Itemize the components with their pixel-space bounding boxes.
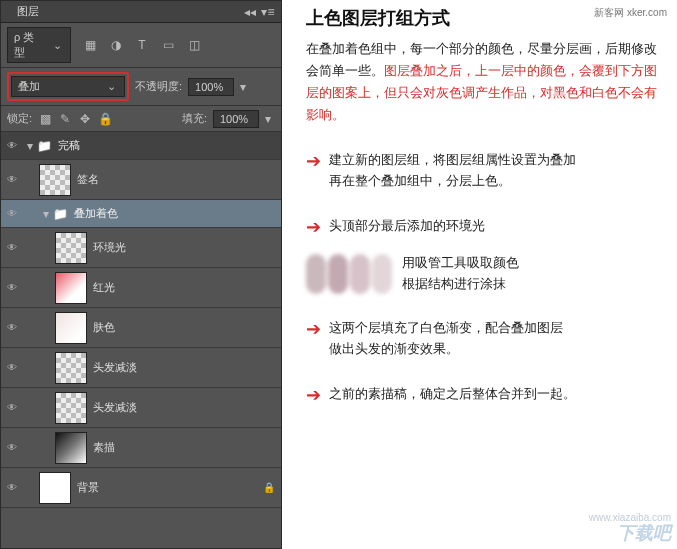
layers-panel: 图层 ◂◂ ▾≡ ρ 类型 ⌄ ▦ ◑ T ▭ ◫ 叠加	[0, 0, 282, 549]
layer-row[interactable]: 👁签名	[1, 160, 281, 200]
note-2-text: 头顶部分最后添加的环境光	[329, 216, 485, 237]
visibility-toggle[interactable]: 👁	[1, 482, 23, 493]
layer-name[interactable]: 头发减淡	[93, 360, 137, 375]
color-swatches	[306, 254, 392, 294]
layer-name[interactable]: 叠加着色	[74, 206, 118, 221]
filter-text-icon[interactable]: T	[133, 36, 151, 54]
layer-kind-select[interactable]: ρ 类型 ⌄	[7, 27, 71, 63]
annotation-area: 新客网 xker.com 上色图层打组方式 在叠加着色组中，每一个部分的颜色，尽…	[282, 0, 677, 549]
expand-toggle[interactable]: ▾	[23, 139, 37, 153]
note-1: ➔ 建立新的图层组，将图层组属性设置为叠加 再在整个叠加组中，分层上色。	[306, 150, 665, 192]
arrow-icon: ➔	[306, 218, 321, 236]
blend-mode-select[interactable]: 叠加 ⌄	[11, 76, 125, 97]
note-4-line1: 这两个层填充了白色渐变，配合叠加图层	[329, 318, 563, 339]
panel-tab-layers[interactable]: 图层	[7, 1, 49, 22]
kind-label: ρ 类型	[14, 30, 44, 60]
filter-pixel-icon[interactable]: ▦	[81, 36, 99, 54]
intro-paragraph: 在叠加着色组中，每一个部分的颜色，尽量分层画，后期修改会简单一些。图层叠加之后，…	[306, 38, 665, 126]
note-5-text: 之前的素描稿，确定之后整体合并到一起。	[329, 384, 576, 405]
layer-list: 👁▾📁完稿👁签名👁▾📁叠加着色👁环境光👁红光👁肤色👁头发减淡👁头发减淡👁素描👁背…	[1, 132, 281, 508]
opacity-label: 不透明度:	[135, 79, 182, 94]
visibility-toggle[interactable]: 👁	[1, 174, 23, 185]
note-2: ➔ 头顶部分最后添加的环境光	[306, 216, 665, 237]
layer-name[interactable]: 完稿	[58, 138, 80, 153]
note-3-line2: 根据结构进行涂抹	[402, 274, 519, 295]
lock-transparency-icon[interactable]: ▩	[38, 112, 52, 126]
collapse-icon[interactable]: ◂◂	[243, 5, 257, 19]
note-3: 用吸管工具吸取颜色 根据结构进行涂抹	[306, 253, 665, 295]
note-5: ➔ 之前的素描稿，确定之后整体合并到一起。	[306, 384, 665, 405]
chevron-down-icon: ⌄	[104, 80, 118, 94]
layer-row[interactable]: 👁头发减淡	[1, 348, 281, 388]
layer-name[interactable]: 素描	[93, 440, 115, 455]
opacity-value: 100%	[195, 81, 223, 93]
filter-adjust-icon[interactable]: ◑	[107, 36, 125, 54]
expand-toggle[interactable]: ▾	[39, 207, 53, 221]
filter-shape-icon[interactable]: ▭	[159, 36, 177, 54]
folder-icon: 📁	[37, 139, 52, 153]
layer-row[interactable]: 👁肤色	[1, 308, 281, 348]
lock-label: 锁定:	[7, 111, 32, 126]
filter-row: ρ 类型 ⌄ ▦ ◑ T ▭ ◫	[1, 23, 281, 68]
fill-input[interactable]: 100%	[213, 110, 259, 128]
arrow-icon: ➔	[306, 320, 321, 338]
note-4: ➔ 这两个层填充了白色渐变，配合叠加图层 做出头发的渐变效果。	[306, 318, 665, 360]
chevron-down-icon[interactable]: ▾	[261, 112, 275, 126]
note-4-line2: 做出头发的渐变效果。	[329, 339, 563, 360]
note-1-line1: 建立新的图层组，将图层组属性设置为叠加	[329, 150, 576, 171]
panel-menu-icon[interactable]: ▾≡	[261, 5, 275, 19]
visibility-toggle[interactable]: 👁	[1, 208, 23, 219]
lock-all-icon[interactable]: 🔒	[98, 112, 112, 126]
highlight-box: 叠加 ⌄	[7, 72, 129, 101]
visibility-toggle[interactable]: 👁	[1, 362, 23, 373]
note-1-line2: 再在整个叠加组中，分层上色。	[329, 171, 576, 192]
visibility-toggle[interactable]: 👁	[1, 442, 23, 453]
visibility-toggle[interactable]: 👁	[1, 140, 23, 151]
layer-row[interactable]: 👁环境光	[1, 228, 281, 268]
layer-name[interactable]: 签名	[77, 172, 99, 187]
layer-row[interactable]: 👁头发减淡	[1, 388, 281, 428]
chevron-down-icon[interactable]: ▾	[236, 80, 250, 94]
visibility-toggle[interactable]: 👁	[1, 282, 23, 293]
fill-label: 填充:	[182, 111, 207, 126]
opacity-input[interactable]: 100%	[188, 78, 234, 96]
lock-position-icon[interactable]: ✥	[78, 112, 92, 126]
chevron-down-icon: ⌄	[50, 38, 64, 52]
lock-icon: 🔒	[263, 482, 275, 493]
layer-thumbnail[interactable]	[39, 164, 71, 196]
lock-paint-icon[interactable]: ✎	[58, 112, 72, 126]
layer-thumbnail[interactable]	[55, 392, 87, 424]
layer-row[interactable]: 👁红光	[1, 268, 281, 308]
layer-group-row[interactable]: 👁▾📁叠加着色	[1, 200, 281, 228]
layer-name[interactable]: 背景	[77, 480, 99, 495]
watermark-text: 新客网 xker.com	[594, 6, 667, 20]
fill-value: 100%	[220, 113, 248, 125]
layer-row[interactable]: 👁背景🔒	[1, 468, 281, 508]
layer-thumbnail[interactable]	[55, 232, 87, 264]
blend-row: 叠加 ⌄ 不透明度: 100% ▾	[1, 68, 281, 106]
filter-smart-icon[interactable]: ◫	[185, 36, 203, 54]
layer-name[interactable]: 红光	[93, 280, 115, 295]
note-3-line1: 用吸管工具吸取颜色	[402, 253, 519, 274]
layer-thumbnail[interactable]	[55, 432, 87, 464]
lock-row: 锁定: ▩ ✎ ✥ 🔒 填充: 100% ▾	[1, 106, 281, 132]
panel-header: 图层 ◂◂ ▾≡	[1, 1, 281, 23]
swatch	[328, 254, 348, 294]
visibility-toggle[interactable]: 👁	[1, 322, 23, 333]
swatch	[372, 254, 392, 294]
layer-group-row[interactable]: 👁▾📁完稿	[1, 132, 281, 160]
swatch	[306, 254, 326, 294]
layer-thumbnail[interactable]	[39, 472, 71, 504]
layer-name[interactable]: 头发减淡	[93, 400, 137, 415]
visibility-toggle[interactable]: 👁	[1, 242, 23, 253]
layer-thumbnail[interactable]	[55, 352, 87, 384]
folder-icon: 📁	[53, 207, 68, 221]
arrow-icon: ➔	[306, 152, 321, 170]
layer-name[interactable]: 环境光	[93, 240, 126, 255]
visibility-toggle[interactable]: 👁	[1, 402, 23, 413]
layer-thumbnail[interactable]	[55, 312, 87, 344]
layer-name[interactable]: 肤色	[93, 320, 115, 335]
layer-row[interactable]: 👁素描	[1, 428, 281, 468]
arrow-icon: ➔	[306, 386, 321, 404]
layer-thumbnail[interactable]	[55, 272, 87, 304]
